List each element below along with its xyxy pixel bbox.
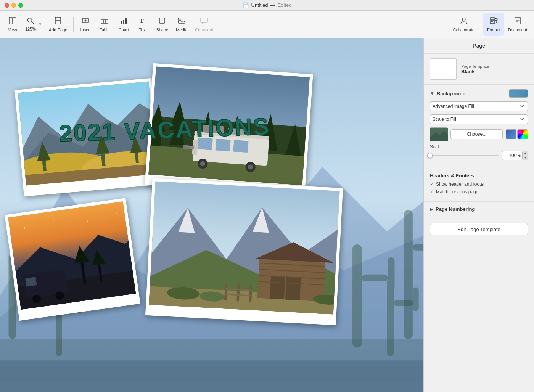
svg-rect-15 xyxy=(123,20,124,24)
shape-icon xyxy=(158,16,166,27)
add-page-label: Add Page xyxy=(49,27,67,32)
background-color-swatch[interactable] xyxy=(509,89,528,98)
template-info: Page Template Blank xyxy=(461,64,489,74)
color-controls xyxy=(506,129,528,139)
comment-button[interactable]: Comment xyxy=(191,13,217,36)
edit-template-button[interactable]: Edit Page Template xyxy=(430,223,528,235)
app-icon: 📄 xyxy=(243,2,249,8)
document-label: Document xyxy=(508,27,527,32)
panel-header: Page xyxy=(424,38,534,54)
scale-value-input[interactable]: 100% xyxy=(502,151,523,160)
minimize-button[interactable] xyxy=(11,3,16,8)
shape-button[interactable]: Shape xyxy=(152,13,172,36)
separator-2 xyxy=(481,17,481,32)
page-template-section: Page Template Blank xyxy=(424,54,534,85)
svg-rect-19 xyxy=(178,18,185,23)
scale-label: Scale xyxy=(430,144,528,149)
svg-rect-84 xyxy=(188,146,195,149)
page-numbering-section: ▶ Page Numbering xyxy=(424,202,534,217)
svg-line-3 xyxy=(32,22,34,24)
photo-3-image xyxy=(8,201,136,310)
scale-down-button[interactable]: ▼ xyxy=(523,156,528,161)
match-previous-row[interactable]: ✓ Match previous page xyxy=(430,189,528,194)
scale-stepper: ▲ ▼ xyxy=(523,151,528,160)
photo-3[interactable] xyxy=(5,198,140,321)
svg-rect-1 xyxy=(13,17,16,24)
fill-type-dropdown[interactable]: Advanced Image Fill xyxy=(430,101,528,111)
text-button[interactable]: T Text xyxy=(133,13,152,36)
canvas-area[interactable]: 2021 VACATIONS xyxy=(0,38,423,392)
scale-dropdown-arrow xyxy=(519,116,525,123)
svg-rect-93 xyxy=(25,277,37,287)
chart-icon xyxy=(119,16,128,27)
media-label: Media xyxy=(176,27,187,32)
edit-template-label: Edit Page Template xyxy=(457,227,500,232)
collaborate-button[interactable]: Collaborate xyxy=(449,13,478,36)
background-header: ▼ Background xyxy=(430,89,528,98)
main-content: 2021 VACATIONS xyxy=(0,38,534,392)
add-page-button[interactable]: Add Page xyxy=(45,13,71,36)
document-icon xyxy=(513,16,522,27)
format-label: Format xyxy=(487,27,500,32)
headers-footers-section: Headers & Footers ✓ Show header and foot… xyxy=(424,168,534,202)
table-icon xyxy=(100,16,109,27)
background-title-row[interactable]: ▼ Background xyxy=(430,91,466,96)
svg-rect-78 xyxy=(233,140,248,153)
shape-label: Shape xyxy=(156,27,168,32)
page-num-label: Page Numbering xyxy=(436,206,475,212)
insert-button[interactable]: Insert xyxy=(76,13,95,36)
svg-point-2 xyxy=(28,18,32,22)
view-label: View xyxy=(8,27,17,32)
page-num-expand-arrow: ▶ xyxy=(430,207,433,212)
scale-mode-value: Scale to Fill xyxy=(433,117,456,122)
choose-label: Choose... xyxy=(467,132,486,137)
right-panel: Page Page Template Blank ▼ Background xyxy=(423,38,534,392)
text-label: Text xyxy=(139,27,146,32)
color-swatch-small[interactable] xyxy=(506,129,516,139)
text-icon: T xyxy=(138,16,147,27)
media-button[interactable]: Media xyxy=(172,13,191,36)
collaborate-icon xyxy=(460,16,468,27)
image-fill-row: Choose... xyxy=(430,127,528,141)
fill-type-value: Advanced Image Fill xyxy=(433,104,474,109)
insert-icon xyxy=(81,16,90,27)
image-thumbnail xyxy=(430,127,447,141)
separator-1 xyxy=(73,17,74,32)
view-button[interactable]: View xyxy=(3,13,22,36)
show-header-row[interactable]: ✓ Show header and footer xyxy=(430,182,528,187)
svg-rect-14 xyxy=(121,21,122,24)
slider-thumb xyxy=(427,153,433,158)
zoom-control[interactable]: 125% ▼ xyxy=(22,13,45,36)
table-button[interactable]: Table xyxy=(95,13,114,36)
color-wheel[interactable] xyxy=(517,129,528,139)
scale-mode-dropdown[interactable]: Scale to Fill xyxy=(430,114,528,124)
chart-button[interactable]: Chart xyxy=(114,13,133,36)
svg-rect-85 xyxy=(183,145,189,149)
format-button[interactable]: Format xyxy=(483,13,504,36)
title-bar-text: 📄 Untitled — Edited xyxy=(243,2,292,8)
photo-4[interactable] xyxy=(145,178,343,325)
photo-4-image xyxy=(149,182,339,315)
scale-up-button[interactable]: ▲ xyxy=(523,151,528,156)
traffic-lights xyxy=(5,3,23,8)
show-header-label: Show header and footer xyxy=(436,182,485,187)
close-button[interactable] xyxy=(5,3,9,8)
svg-rect-0 xyxy=(9,17,12,24)
comment-icon xyxy=(200,16,208,27)
svg-rect-29 xyxy=(515,17,520,24)
document-button[interactable]: Document xyxy=(504,13,531,36)
scale-slider[interactable] xyxy=(430,155,499,156)
fullscreen-button[interactable] xyxy=(18,3,23,8)
scale-controls: 100% ▲ ▼ xyxy=(430,151,528,160)
svg-text:T: T xyxy=(140,18,144,24)
svg-rect-16 xyxy=(125,18,127,24)
view-icon xyxy=(8,16,17,27)
page-num-row[interactable]: ▶ Page Numbering xyxy=(430,206,528,212)
svg-rect-112 xyxy=(270,276,285,299)
title-separator: — xyxy=(270,2,275,8)
edited-status: Edited xyxy=(278,2,292,8)
svg-rect-113 xyxy=(285,277,301,300)
svg-rect-10 xyxy=(101,18,108,23)
choose-image-button[interactable]: Choose... xyxy=(450,129,503,139)
collaborate-label: Collaborate xyxy=(453,27,474,32)
